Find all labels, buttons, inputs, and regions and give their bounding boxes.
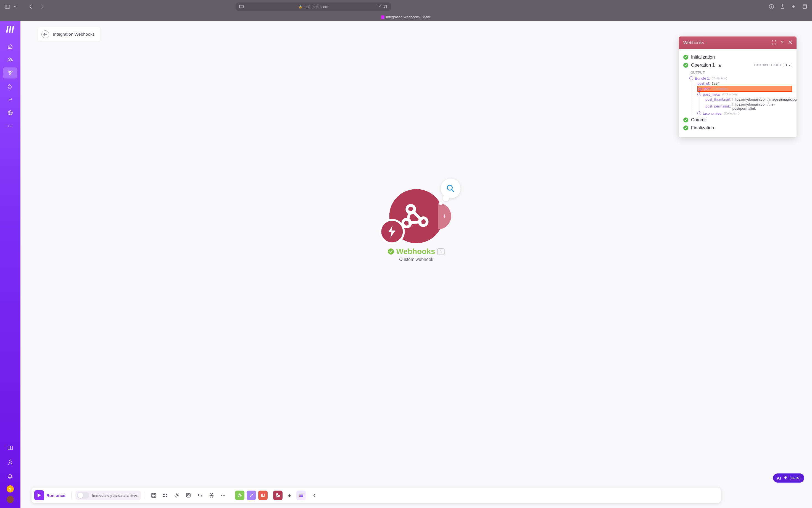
sidebar-item-connections[interactable] <box>3 94 17 105</box>
back-icon[interactable] <box>28 4 33 9</box>
step-operation[interactable]: Operation 1 ▴ Data size: 1.3 KB ▾ <box>683 61 792 69</box>
schedule-toggle-wrap[interactable]: Immediately as data arrives <box>76 491 141 500</box>
expand-icon[interactable] <box>772 40 776 45</box>
svg-rect-28 <box>163 496 164 497</box>
step-initialization[interactable]: Initialization <box>683 53 792 61</box>
sidebar-toggle-icon[interactable] <box>5 4 10 9</box>
tree-row-post[interactable]: + post: (Collection) <box>698 86 792 92</box>
sidebar-item-notifications[interactable] <box>3 471 17 482</box>
breadcrumb-back-button[interactable] <box>41 30 49 38</box>
expand-icon[interactable]: + <box>698 87 702 91</box>
help-button[interactable]: ? <box>7 485 14 493</box>
make-logo[interactable] <box>6 26 14 33</box>
tree-row-post-id[interactable]: post_id: 1234 <box>698 81 792 86</box>
more-button[interactable] <box>219 491 228 500</box>
svg-point-35 <box>225 495 225 496</box>
svg-point-21 <box>404 221 409 225</box>
svg-point-42 <box>299 495 300 496</box>
inspector-panel: Webhooks ? Initialization Operation 1 ▴ <box>679 37 797 137</box>
explain-flow-button[interactable] <box>235 491 244 500</box>
node-operation-count: 1 <box>437 249 445 255</box>
forward-icon[interactable] <box>40 4 45 9</box>
tree-row-permalink[interactable]: post_permalink: https://mydomain.com/the… <box>705 102 792 111</box>
share-icon[interactable] <box>780 4 785 9</box>
sidebar-item-rocket[interactable] <box>3 457 17 468</box>
svg-point-41 <box>299 494 300 495</box>
sidebar-item-templates[interactable] <box>3 81 17 92</box>
dev-tool-button[interactable] <box>247 491 256 500</box>
user-avatar[interactable] <box>7 496 14 503</box>
download-button[interactable]: ▾ <box>783 63 792 67</box>
data-size-label: Data size: 1.3 KB <box>754 63 781 67</box>
webhooks-tool-button[interactable] <box>273 491 283 500</box>
svg-rect-0 <box>5 5 10 9</box>
favorites-button[interactable] <box>296 491 306 500</box>
tree-row-taxonomies[interactable]: + taxonomies: (Collection) <box>698 111 792 116</box>
sidebar-item-scenarios[interactable] <box>3 68 17 79</box>
output-tree: − Bundle 1: (Collection) post_id: 1234 +… <box>689 76 792 116</box>
svg-point-34 <box>223 495 224 496</box>
add-tool-button[interactable] <box>285 491 294 500</box>
lock-icon: 🔒 <box>298 5 302 9</box>
auto-align-button[interactable] <box>207 491 216 500</box>
collapse-icon[interactable]: ▴ <box>719 62 721 68</box>
webhooks-node[interactable]: Webhooks 1 Custom webhook <box>388 189 444 262</box>
tree-row-post-meta[interactable]: + post_meta: (Collection) <box>698 92 792 97</box>
reload-icon[interactable] <box>383 4 388 9</box>
downloads-icon[interactable] <box>769 4 774 9</box>
expand-icon[interactable]: + <box>698 112 701 115</box>
settings-button[interactable] <box>172 491 182 500</box>
notes-button[interactable] <box>184 491 193 500</box>
translate-icon[interactable]: ⁀ᴬ <box>376 4 381 9</box>
tab-favicon <box>381 15 384 19</box>
exit-button[interactable] <box>258 491 268 500</box>
panel-title: Webhooks <box>683 40 704 45</box>
new-tab-icon[interactable] <box>791 4 796 9</box>
tree-row-thumbnail[interactable]: post_thumbnail: https://mydomain.com/ima… <box>705 97 792 102</box>
controls-button[interactable] <box>160 491 170 500</box>
step-finalization[interactable]: Finalization <box>683 124 792 132</box>
address-bar[interactable]: 🔒 eu2.make.com ⁀ᴬ <box>236 2 391 11</box>
sidebar-item-webhooks[interactable] <box>3 107 17 118</box>
svg-point-10 <box>10 74 11 75</box>
panel-header[interactable]: Webhooks ? <box>679 37 797 49</box>
check-icon <box>683 118 688 122</box>
add-module-button[interactable] <box>438 203 451 229</box>
step-commit[interactable]: Commit <box>683 116 792 124</box>
inspect-bubble[interactable] <box>440 178 461 199</box>
svg-point-30 <box>176 495 178 496</box>
sidebar-item-more[interactable] <box>3 121 17 132</box>
schedule-label: Immediately as data arrives <box>92 493 138 498</box>
close-icon[interactable] <box>789 40 792 45</box>
sidebar-item-team[interactable] <box>3 54 17 65</box>
svg-rect-26 <box>163 494 164 495</box>
dev-mode-icon[interactable] <box>239 4 244 9</box>
tab-title[interactable]: Integration Webhooks | Make <box>386 15 431 19</box>
ai-assistant-button[interactable]: AI BETA <box>773 473 804 482</box>
run-label[interactable]: Run once <box>46 493 65 498</box>
collapse-icon[interactable]: − <box>689 76 693 80</box>
node-title: Webhooks <box>396 247 435 256</box>
save-button[interactable] <box>149 491 158 500</box>
output-heading: OUTPUT <box>690 71 792 75</box>
scenario-canvas[interactable]: Integration Webhooks <box>20 21 812 508</box>
divider <box>71 492 71 499</box>
sidebar-item-docs[interactable] <box>3 442 17 453</box>
help-icon[interactable]: ? <box>781 40 783 45</box>
chevron-down-icon[interactable] <box>14 4 16 9</box>
svg-point-6 <box>9 58 10 59</box>
undo-button[interactable] <box>195 491 205 500</box>
bundle-row[interactable]: − Bundle 1: (Collection) <box>689 76 792 81</box>
collapse-toolbar-button[interactable] <box>309 491 319 500</box>
expand-icon[interactable]: + <box>698 92 701 96</box>
svg-rect-27 <box>166 494 168 495</box>
status-check-icon <box>388 249 394 255</box>
scenario-toolbar: Run once Immediately as data arrives <box>32 488 721 503</box>
check-icon <box>683 125 688 130</box>
schedule-toggle[interactable] <box>77 492 89 499</box>
sidebar-item-home[interactable] <box>3 41 17 52</box>
tabs-icon[interactable] <box>802 4 807 9</box>
run-button[interactable] <box>34 490 44 500</box>
scenario-title[interactable]: Integration Webhooks <box>53 32 95 37</box>
svg-point-20 <box>421 220 425 224</box>
